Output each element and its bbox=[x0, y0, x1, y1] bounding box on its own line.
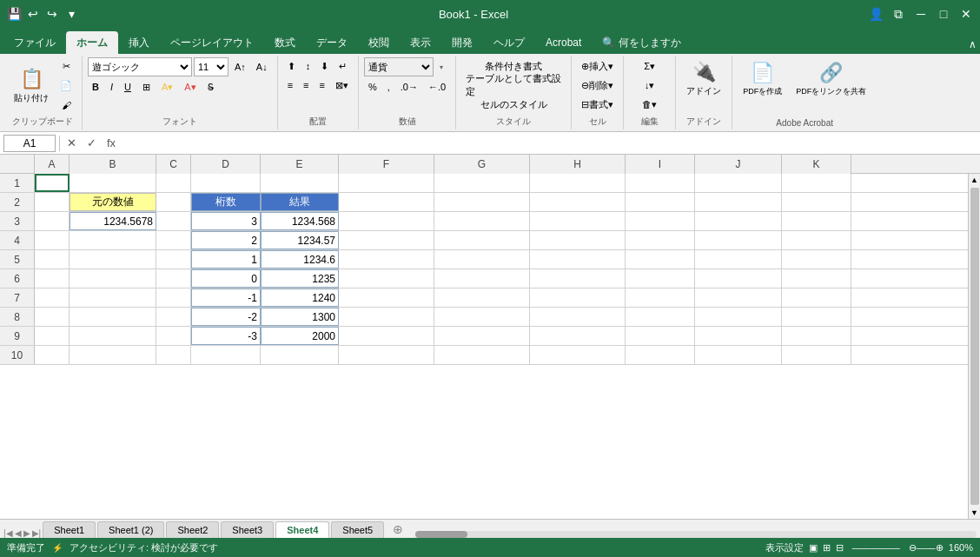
cell-e9[interactable]: 2000 bbox=[261, 327, 339, 345]
cell-h6[interactable] bbox=[530, 269, 626, 288]
col-header-h[interactable]: H bbox=[530, 155, 626, 174]
cell-d8[interactable]: -2 bbox=[191, 308, 261, 326]
bold-button[interactable]: B bbox=[88, 78, 103, 96]
cell-a10[interactable] bbox=[35, 346, 70, 364]
cell-f10[interactable] bbox=[339, 346, 434, 364]
cell-a7[interactable] bbox=[35, 288, 70, 307]
tab-developer[interactable]: 開発 bbox=[441, 31, 483, 54]
scroll-thumb[interactable] bbox=[970, 188, 979, 505]
cell-c5[interactable] bbox=[156, 250, 191, 269]
cell-j10[interactable] bbox=[695, 346, 782, 364]
confirm-formula-icon[interactable]: ✓ bbox=[83, 135, 100, 151]
row-header-3[interactable]: 3 bbox=[0, 212, 35, 230]
cell-f8[interactable] bbox=[339, 308, 434, 326]
h-scroll-track[interactable] bbox=[415, 531, 977, 538]
cell-c1[interactable] bbox=[156, 174, 191, 192]
col-header-k[interactable]: K bbox=[782, 155, 851, 174]
sheet-tab-sheet4[interactable]: Sheet4 bbox=[275, 521, 329, 538]
cell-i8[interactable] bbox=[626, 308, 695, 326]
cell-i5[interactable] bbox=[626, 250, 695, 269]
tab-search[interactable]: 🔍 何をしますか bbox=[592, 31, 691, 54]
cell-k4[interactable] bbox=[782, 231, 851, 249]
cell-e2[interactable]: 結果 bbox=[261, 193, 339, 211]
tab-review[interactable]: 校閲 bbox=[358, 31, 400, 54]
cell-f2[interactable] bbox=[339, 193, 434, 211]
pdf-link-button[interactable]: 🔗 PDFをリンクを共有 bbox=[791, 57, 871, 101]
cell-c6[interactable] bbox=[156, 269, 191, 288]
cell-h1[interactable] bbox=[530, 174, 626, 192]
cell-j6[interactable] bbox=[695, 269, 782, 288]
cell-a6[interactable] bbox=[35, 269, 70, 288]
cell-d6[interactable]: 0 bbox=[191, 269, 261, 288]
page-break-icon[interactable]: ⊟ bbox=[836, 542, 844, 554]
save-icon[interactable]: 💾 bbox=[7, 7, 21, 21]
vertical-scrollbar[interactable]: ▲ ▼ bbox=[968, 174, 980, 519]
cut-button[interactable]: ✂ bbox=[56, 58, 76, 76]
cell-j4[interactable] bbox=[695, 231, 782, 249]
table-format-button[interactable]: テーブルとして書式設定 bbox=[461, 76, 566, 94]
col-header-a[interactable]: A bbox=[35, 155, 70, 174]
cell-j1[interactable] bbox=[695, 174, 782, 192]
col-header-g[interactable]: G bbox=[434, 155, 530, 174]
cell-k10[interactable] bbox=[782, 346, 851, 364]
cell-j8[interactable] bbox=[695, 308, 782, 326]
close-icon[interactable]: ✕ bbox=[959, 7, 973, 21]
font-color-button[interactable]: A▾ bbox=[180, 78, 200, 96]
wrap-text-button[interactable]: ↵ bbox=[334, 57, 351, 75]
sheet-tab-sheet1-2[interactable]: Sheet1 (2) bbox=[97, 521, 164, 538]
copy-button[interactable]: 📄 bbox=[56, 77, 76, 95]
ribbon-collapse[interactable]: ∧ bbox=[965, 35, 980, 54]
cell-f7[interactable] bbox=[339, 288, 434, 307]
cell-c4[interactable] bbox=[156, 231, 191, 249]
col-header-f[interactable]: F bbox=[339, 155, 434, 174]
cell-e3[interactable]: 1234.568 bbox=[261, 212, 339, 230]
cell-j3[interactable] bbox=[695, 212, 782, 230]
col-header-d[interactable]: D bbox=[191, 155, 261, 174]
cell-b8[interactable] bbox=[70, 308, 156, 326]
cell-d5[interactable]: 1 bbox=[191, 250, 261, 269]
tab-data[interactable]: データ bbox=[306, 31, 358, 54]
cell-i9[interactable] bbox=[626, 327, 695, 345]
col-header-i[interactable]: I bbox=[626, 155, 695, 174]
cell-d2[interactable]: 桁数 bbox=[191, 193, 261, 211]
cell-j2[interactable] bbox=[695, 193, 782, 211]
insert-function-icon[interactable]: fx bbox=[103, 135, 119, 151]
row-header-4[interactable]: 4 bbox=[0, 231, 35, 249]
sheet-tab-sheet2[interactable]: Sheet2 bbox=[166, 521, 219, 538]
sheet-nav-next[interactable]: ▶ bbox=[23, 528, 30, 538]
tab-insert[interactable]: 挿入 bbox=[118, 31, 160, 54]
cell-h9[interactable] bbox=[530, 327, 626, 345]
cell-h5[interactable] bbox=[530, 250, 626, 269]
cell-g3[interactable] bbox=[434, 212, 530, 230]
cell-a1[interactable] bbox=[35, 174, 70, 192]
strikethrough-button[interactable]: S̶ bbox=[203, 78, 218, 96]
cell-e6[interactable]: 1235 bbox=[261, 269, 339, 288]
align-left-button[interactable]: ≡ bbox=[283, 76, 297, 94]
cell-h8[interactable] bbox=[530, 308, 626, 326]
cell-f4[interactable] bbox=[339, 231, 434, 249]
col-header-j[interactable]: J bbox=[695, 155, 782, 174]
fill-color-button[interactable]: A▾ bbox=[157, 78, 177, 96]
cell-c9[interactable] bbox=[156, 327, 191, 345]
percent-button[interactable]: % bbox=[364, 78, 381, 96]
cell-a4[interactable] bbox=[35, 231, 70, 249]
decrease-decimal-button[interactable]: ←.0 bbox=[424, 78, 450, 96]
cell-i2[interactable] bbox=[626, 193, 695, 211]
tab-home[interactable]: ホーム bbox=[66, 31, 118, 54]
font-name-select[interactable]: 遊ゴシック bbox=[88, 57, 192, 76]
cell-a2[interactable] bbox=[35, 193, 70, 211]
cell-k2[interactable] bbox=[782, 193, 851, 211]
cell-k9[interactable] bbox=[782, 327, 851, 345]
cell-a3[interactable] bbox=[35, 212, 70, 230]
tab-view[interactable]: 表示 bbox=[400, 31, 441, 54]
align-top-button[interactable]: ⬆ bbox=[283, 57, 300, 75]
row-header-5[interactable]: 5 bbox=[0, 250, 35, 269]
maximize-icon[interactable]: □ bbox=[937, 7, 950, 21]
row-header-2[interactable]: 2 bbox=[0, 193, 35, 211]
cell-f5[interactable] bbox=[339, 250, 434, 269]
cell-j9[interactable] bbox=[695, 327, 782, 345]
row-header-10[interactable]: 10 bbox=[0, 346, 35, 364]
cell-g6[interactable] bbox=[434, 269, 530, 288]
cell-d1[interactable] bbox=[191, 174, 261, 192]
cell-b9[interactable] bbox=[70, 327, 156, 345]
